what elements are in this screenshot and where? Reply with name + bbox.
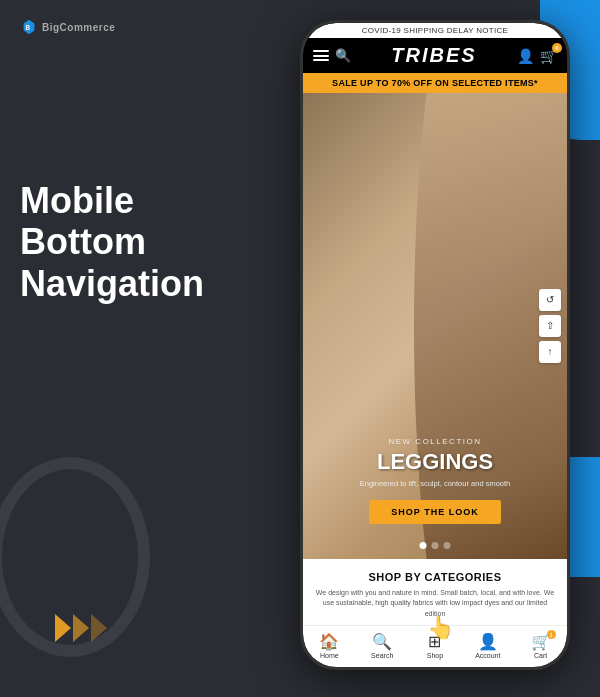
phone-screen: COVID-19 SHIPPING DELAY NOTICE 🔍 TRIBES …	[303, 23, 567, 667]
account-icon: 👤	[478, 632, 498, 651]
hamburger-line	[313, 59, 329, 61]
scroll-up-button[interactable]: ↑	[539, 341, 561, 363]
hero-description: Engineered to lift, sculpt, contour and …	[315, 479, 555, 490]
svg-text:B: B	[25, 24, 30, 31]
cart-icon-wrapper[interactable]: 🛒 0	[540, 47, 557, 65]
nav-item-cart[interactable]: 🛒 1 Cart	[514, 632, 567, 659]
hero-title: LEGGINGS	[315, 449, 555, 475]
nav-item-account[interactable]: 👤 Account	[461, 632, 514, 659]
carousel-dot-3[interactable]	[444, 542, 451, 549]
search-label: Search	[371, 652, 393, 659]
chevron-icon-2	[73, 614, 89, 642]
sale-banner: SALE UP TO 70% OFF ON SELECTED ITEMS*	[303, 73, 567, 93]
label-line1: Mobile	[20, 180, 204, 221]
covid-notice-text: COVID-19 SHIPPING DELAY NOTICE	[362, 26, 509, 35]
carousel-dot-2[interactable]	[432, 542, 439, 549]
hero-content: NEW COLLECTION LEGGINGS Engineered to li…	[303, 437, 567, 524]
categories-description: We design with you and nature in mind. S…	[313, 588, 557, 620]
top-nav-right: 👤 🛒 0	[517, 47, 557, 65]
search-icon[interactable]: 🔍	[335, 48, 351, 63]
hamburger-menu-button[interactable]	[313, 50, 329, 61]
hamburger-line	[313, 50, 329, 52]
chevron-icon-3	[91, 614, 107, 642]
user-account-icon[interactable]: 👤	[517, 48, 534, 64]
side-action-buttons: ↺ ⇧ ↑	[539, 289, 561, 363]
cart-nav-badge-wrapper: 🛒 1	[531, 632, 551, 651]
home-label: Home	[320, 652, 339, 659]
label-line3: Navigation	[20, 263, 204, 304]
account-label: Account	[475, 652, 500, 659]
bigcommerce-label: BigCommerce	[42, 22, 115, 33]
hero-subtitle: NEW COLLECTION	[315, 437, 555, 446]
label-line2: Bottom	[20, 221, 204, 262]
categories-section: SHOP BY CATEGORIES We design with you an…	[303, 559, 567, 626]
top-nav-left: 🔍	[313, 48, 351, 63]
hero-section: ↺ ⇧ ↑ NEW COLLECTION LEGGINGS Engineered…	[303, 93, 567, 559]
hamburger-line	[313, 55, 329, 57]
cart-label: Cart	[534, 652, 547, 659]
nav-item-shop[interactable]: ⊞ Shop	[409, 632, 462, 659]
carousel-dot-1[interactable]	[420, 542, 427, 549]
history-button[interactable]: ↺	[539, 289, 561, 311]
share-button[interactable]: ⇧	[539, 315, 561, 337]
phone-mockup: COVID-19 SHIPPING DELAY NOTICE 🔍 TRIBES …	[300, 20, 570, 670]
cart-badge: 0	[552, 43, 562, 53]
categories-title: SHOP BY CATEGORIES	[313, 571, 557, 583]
brand-logo-text: TRIBES	[391, 44, 476, 67]
nav-item-search[interactable]: 🔍 Search	[356, 632, 409, 659]
bg-chevrons	[55, 614, 107, 642]
home-icon: 🏠	[319, 632, 339, 651]
sale-banner-text: SALE UP TO 70% OFF ON SELECTED ITEMS*	[332, 78, 538, 88]
carousel-dots	[420, 542, 451, 549]
bigcommerce-logo: B BigCommerce	[20, 18, 115, 36]
bottom-navigation: 🏠 Home 🔍 Search ⊞ Shop 👤 Account 🛒 1 C	[303, 625, 567, 667]
shop-label: Shop	[427, 652, 443, 659]
shop-the-look-button[interactable]: SHOP THE LOOK	[369, 500, 500, 524]
bc-logo-icon: B	[20, 18, 38, 36]
covid-notice-bar: COVID-19 SHIPPING DELAY NOTICE	[303, 23, 567, 38]
main-label: Mobile Bottom Navigation	[20, 180, 204, 304]
nav-item-home[interactable]: 🏠 Home	[303, 632, 356, 659]
chevron-icon-1	[55, 614, 71, 642]
search-nav-icon: 🔍	[372, 632, 392, 651]
top-nav-bar: 🔍 TRIBES 👤 🛒 0	[303, 38, 567, 73]
cart-nav-badge: 1	[547, 630, 556, 639]
shop-icon: ⊞	[428, 632, 441, 651]
